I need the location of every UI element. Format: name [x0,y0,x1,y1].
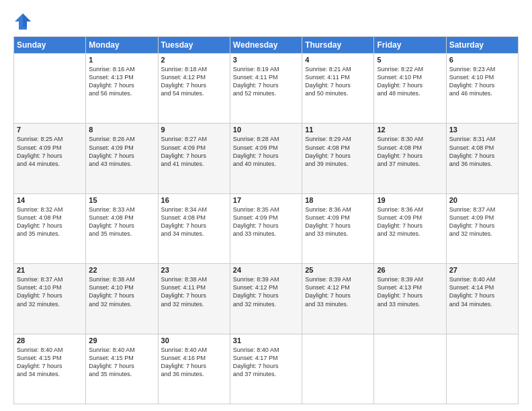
day-info: Sunrise: 8:23 AM Sunset: 4:10 PM Dayligh… [449,65,515,98]
calendar-week-row: 14Sunrise: 8:32 AM Sunset: 4:08 PM Dayli… [14,193,519,263]
calendar-day-cell: 30Sunrise: 8:40 AM Sunset: 4:16 PM Dayli… [158,334,230,404]
day-info: Sunrise: 8:22 AM Sunset: 4:10 PM Dayligh… [377,65,443,98]
calendar-table: SundayMondayTuesdayWednesdayThursdayFrid… [13,36,519,404]
day-info: Sunrise: 8:40 AM Sunset: 4:15 PM Dayligh… [17,346,83,379]
calendar-header-friday: Friday [374,37,446,54]
day-info: Sunrise: 8:30 AM Sunset: 4:08 PM Dayligh… [377,135,443,168]
calendar-day-cell: 8Sunrise: 8:26 AM Sunset: 4:09 PM Daylig… [86,124,158,193]
day-number: 28 [17,336,83,345]
calendar-header-thursday: Thursday [302,37,374,54]
day-info: Sunrise: 8:40 AM Sunset: 4:15 PM Dayligh… [89,346,154,379]
calendar-day-cell: 31Sunrise: 8:40 AM Sunset: 4:17 PM Dayli… [230,334,302,404]
header [13,12,519,31]
day-number: 27 [449,266,515,274]
day-number: 9 [161,126,227,134]
calendar-week-row: 21Sunrise: 8:37 AM Sunset: 4:10 PM Dayli… [14,264,519,334]
day-info: Sunrise: 8:28 AM Sunset: 4:09 PM Dayligh… [233,135,299,168]
day-number: 16 [161,196,227,204]
day-info: Sunrise: 8:40 AM Sunset: 4:16 PM Dayligh… [161,346,227,379]
day-number: 26 [377,266,443,274]
day-info: Sunrise: 8:18 AM Sunset: 4:12 PM Dayligh… [161,65,227,98]
calendar-day-cell: 23Sunrise: 8:38 AM Sunset: 4:11 PM Dayli… [158,264,230,334]
calendar-week-row: 7Sunrise: 8:25 AM Sunset: 4:09 PM Daylig… [14,124,519,193]
day-number: 31 [233,336,299,345]
calendar-day-cell: 22Sunrise: 8:38 AM Sunset: 4:10 PM Dayli… [86,264,158,334]
day-info: Sunrise: 8:33 AM Sunset: 4:08 PM Dayligh… [89,205,154,238]
calendar-header-saturday: Saturday [446,37,518,54]
day-number: 4 [305,56,371,64]
calendar-week-row: 28Sunrise: 8:40 AM Sunset: 4:15 PM Dayli… [14,334,519,404]
day-info: Sunrise: 8:21 AM Sunset: 4:11 PM Dayligh… [305,65,371,98]
calendar-day-cell: 26Sunrise: 8:39 AM Sunset: 4:13 PM Dayli… [374,264,446,334]
day-number: 10 [233,126,299,134]
day-info: Sunrise: 8:37 AM Sunset: 4:09 PM Dayligh… [449,205,515,238]
calendar-day-cell: 27Sunrise: 8:40 AM Sunset: 4:14 PM Dayli… [446,264,518,334]
calendar-header-sunday: Sunday [14,37,86,54]
calendar-header-monday: Monday [86,37,158,54]
day-number: 3 [233,56,299,64]
day-info: Sunrise: 8:36 AM Sunset: 4:09 PM Dayligh… [377,205,443,238]
day-number: 13 [449,126,515,134]
logo [13,12,35,31]
day-info: Sunrise: 8:38 AM Sunset: 4:11 PM Dayligh… [161,275,227,308]
calendar-day-cell: 28Sunrise: 8:40 AM Sunset: 4:15 PM Dayli… [14,334,86,404]
calendar-day-cell: 18Sunrise: 8:36 AM Sunset: 4:09 PM Dayli… [302,193,374,263]
day-number: 25 [305,266,371,274]
day-number: 1 [89,56,154,64]
day-info: Sunrise: 8:37 AM Sunset: 4:10 PM Dayligh… [17,275,83,308]
day-number: 14 [17,196,83,204]
calendar-header-tuesday: Tuesday [158,37,230,54]
day-number: 21 [17,266,83,274]
day-number: 19 [377,196,443,204]
svg-marker-1 [23,13,31,27]
calendar-day-cell: 10Sunrise: 8:28 AM Sunset: 4:09 PM Dayli… [230,124,302,193]
day-number: 7 [17,126,83,134]
day-info: Sunrise: 8:26 AM Sunset: 4:09 PM Dayligh… [89,135,154,168]
day-number: 17 [233,196,299,204]
day-number: 8 [89,126,154,134]
calendar-day-cell: 14Sunrise: 8:32 AM Sunset: 4:08 PM Dayli… [14,193,86,263]
day-number: 11 [305,126,371,134]
calendar-day-cell: 5Sunrise: 8:22 AM Sunset: 4:10 PM Daylig… [374,54,446,124]
logo-icon [13,12,32,31]
calendar-day-cell: 24Sunrise: 8:39 AM Sunset: 4:12 PM Dayli… [230,264,302,334]
calendar-header-row: SundayMondayTuesdayWednesdayThursdayFrid… [14,37,519,54]
calendar-day-cell: 9Sunrise: 8:27 AM Sunset: 4:09 PM Daylig… [158,124,230,193]
calendar-day-cell: 29Sunrise: 8:40 AM Sunset: 4:15 PM Dayli… [86,334,158,404]
day-info: Sunrise: 8:25 AM Sunset: 4:09 PM Dayligh… [17,135,83,168]
day-number: 20 [449,196,515,204]
day-info: Sunrise: 8:35 AM Sunset: 4:09 PM Dayligh… [233,205,299,238]
calendar-day-cell: 7Sunrise: 8:25 AM Sunset: 4:09 PM Daylig… [14,124,86,193]
day-info: Sunrise: 8:29 AM Sunset: 4:08 PM Dayligh… [305,135,371,168]
day-info: Sunrise: 8:40 AM Sunset: 4:14 PM Dayligh… [449,275,515,308]
day-number: 6 [449,56,515,64]
calendar-day-cell: 16Sunrise: 8:34 AM Sunset: 4:08 PM Dayli… [158,193,230,263]
calendar-day-cell: 12Sunrise: 8:30 AM Sunset: 4:08 PM Dayli… [374,124,446,193]
calendar-empty-cell [14,54,86,124]
page: SundayMondayTuesdayWednesdayThursdayFrid… [0,0,532,411]
day-number: 15 [89,196,154,204]
day-number: 5 [377,56,443,64]
calendar-day-cell: 11Sunrise: 8:29 AM Sunset: 4:08 PM Dayli… [302,124,374,193]
calendar-day-cell: 2Sunrise: 8:18 AM Sunset: 4:12 PM Daylig… [158,54,230,124]
calendar-empty-cell [302,334,374,404]
day-number: 29 [89,336,154,345]
calendar-day-cell: 19Sunrise: 8:36 AM Sunset: 4:09 PM Dayli… [374,193,446,263]
calendar-day-cell: 21Sunrise: 8:37 AM Sunset: 4:10 PM Dayli… [14,264,86,334]
calendar-day-cell: 17Sunrise: 8:35 AM Sunset: 4:09 PM Dayli… [230,193,302,263]
day-info: Sunrise: 8:34 AM Sunset: 4:08 PM Dayligh… [161,205,227,238]
day-number: 22 [89,266,154,274]
calendar-week-row: 1Sunrise: 8:16 AM Sunset: 4:13 PM Daylig… [14,54,519,124]
calendar-day-cell: 6Sunrise: 8:23 AM Sunset: 4:10 PM Daylig… [446,54,518,124]
calendar-day-cell: 15Sunrise: 8:33 AM Sunset: 4:08 PM Dayli… [86,193,158,263]
calendar-empty-cell [374,334,446,404]
day-info: Sunrise: 8:16 AM Sunset: 4:13 PM Dayligh… [89,65,154,98]
day-info: Sunrise: 8:27 AM Sunset: 4:09 PM Dayligh… [161,135,227,168]
day-info: Sunrise: 8:39 AM Sunset: 4:12 PM Dayligh… [305,275,371,308]
day-info: Sunrise: 8:38 AM Sunset: 4:10 PM Dayligh… [89,275,154,308]
day-number: 30 [161,336,227,345]
calendar-day-cell: 4Sunrise: 8:21 AM Sunset: 4:11 PM Daylig… [302,54,374,124]
day-info: Sunrise: 8:40 AM Sunset: 4:17 PM Dayligh… [233,346,299,379]
day-number: 24 [233,266,299,274]
day-info: Sunrise: 8:39 AM Sunset: 4:12 PM Dayligh… [233,275,299,308]
